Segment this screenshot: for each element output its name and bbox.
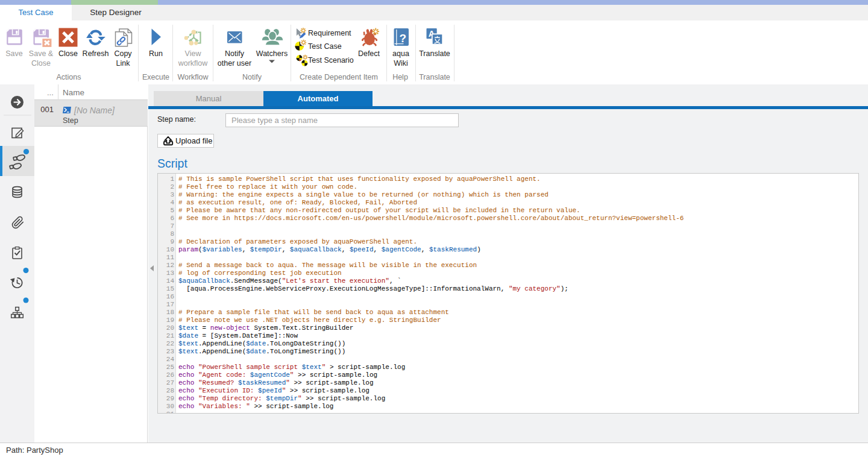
svg-text:?: ?: [399, 32, 406, 45]
